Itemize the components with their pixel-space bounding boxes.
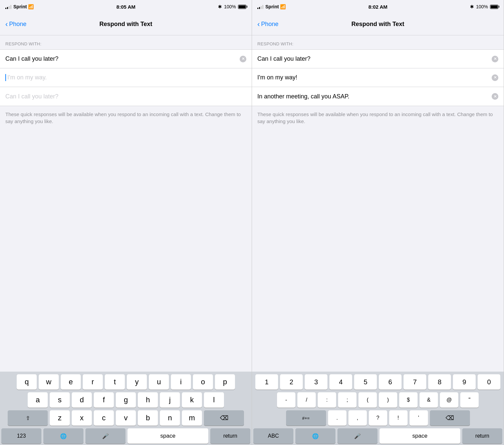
- key-apostrophe[interactable]: ': [410, 410, 428, 426]
- key-n[interactable]: n: [160, 410, 180, 426]
- key-8[interactable]: 8: [428, 374, 451, 390]
- key-shift[interactable]: ⇧: [8, 410, 48, 426]
- left-nav-title: Respond with Text: [99, 21, 153, 28]
- key-9[interactable]: 9: [453, 374, 476, 390]
- key-question[interactable]: ?: [369, 410, 387, 426]
- right-input-3[interactable]: In another meeting, call you ASAP.: [257, 93, 492, 100]
- key-ampersand[interactable]: &: [420, 392, 438, 408]
- battery-fill-left: [239, 5, 246, 8]
- key-r[interactable]: r: [83, 374, 103, 390]
- key-6[interactable]: 6: [379, 374, 402, 390]
- key-globe-right[interactable]: 🌐: [295, 428, 335, 444]
- signal-bar-r3: [261, 6, 262, 9]
- left-back-button[interactable]: ‹ Phone: [5, 21, 26, 28]
- key-p[interactable]: p: [215, 374, 235, 390]
- right-input-1[interactable]: Can I call you later?: [257, 55, 492, 62]
- key-exclaim[interactable]: !: [389, 410, 408, 426]
- key-k[interactable]: k: [182, 392, 202, 408]
- key-space-right[interactable]: space: [380, 428, 460, 444]
- key-open-paren[interactable]: (: [358, 392, 377, 408]
- right-input-row-3[interactable]: In another meeting, call you ASAP.: [252, 87, 504, 106]
- key-c[interactable]: c: [94, 410, 114, 426]
- key-colon[interactable]: :: [318, 392, 336, 408]
- left-input-2[interactable]: I'm on my way.: [5, 74, 246, 81]
- key-1[interactable]: 1: [255, 374, 278, 390]
- key-period[interactable]: .: [328, 410, 346, 426]
- left-key-row-1: q w e r t y u i o p: [1, 374, 250, 390]
- key-g[interactable]: g: [116, 392, 136, 408]
- key-space-left[interactable]: space: [128, 428, 208, 444]
- key-d[interactable]: d: [72, 392, 92, 408]
- right-clear-btn-3[interactable]: [492, 93, 498, 100]
- key-hashpluseq[interactable]: #+=: [286, 410, 326, 426]
- key-7[interactable]: 7: [404, 374, 426, 390]
- key-v[interactable]: v: [116, 410, 136, 426]
- right-key-row-4: ABC 🌐 🎤 space return: [253, 428, 502, 444]
- key-globe[interactable]: 🌐: [43, 428, 83, 444]
- key-w[interactable]: w: [39, 374, 59, 390]
- right-section-header: RESPOND WITH:: [252, 35, 504, 49]
- battery-pct-right: 100%: [476, 4, 488, 9]
- signal-bar-r2: [259, 7, 260, 9]
- right-clear-btn-2[interactable]: [492, 74, 498, 81]
- key-abc[interactable]: ABC: [253, 428, 293, 444]
- left-input-1[interactable]: Can I call you later?: [5, 55, 240, 62]
- key-e[interactable]: e: [61, 374, 81, 390]
- right-clear-btn-1[interactable]: [492, 56, 498, 62]
- left-clear-btn-1[interactable]: [240, 56, 246, 62]
- key-m[interactable]: m: [182, 410, 202, 426]
- left-input-3[interactable]: Can I call you later?: [5, 93, 246, 100]
- right-back-button[interactable]: ‹ Phone: [257, 21, 278, 28]
- key-backspace-right[interactable]: ⌫: [430, 410, 470, 426]
- right-input-row-1[interactable]: Can I call you later?: [252, 50, 504, 68]
- key-at[interactable]: @: [440, 392, 458, 408]
- right-input-2[interactable]: I'm on my way!: [257, 74, 492, 81]
- key-5[interactable]: 5: [354, 374, 377, 390]
- key-0[interactable]: 0: [478, 374, 500, 390]
- key-i[interactable]: i: [171, 374, 191, 390]
- key-s[interactable]: s: [50, 392, 70, 408]
- key-return-right[interactable]: return: [462, 428, 502, 444]
- key-h[interactable]: h: [138, 392, 158, 408]
- right-input-row-2[interactable]: I'm on my way!: [252, 68, 504, 87]
- right-key-row-3: #+= . , ? ! ' ⌫: [253, 410, 502, 426]
- key-comma[interactable]: ,: [348, 410, 367, 426]
- left-input-row-1[interactable]: Can I call you later?: [0, 50, 252, 68]
- key-semicolon[interactable]: ;: [338, 392, 356, 408]
- key-4[interactable]: 4: [329, 374, 352, 390]
- right-input-list: Can I call you later? I'm on my way! In …: [252, 49, 504, 106]
- key-mic-right[interactable]: 🎤: [337, 428, 377, 444]
- key-f[interactable]: f: [94, 392, 114, 408]
- key-y[interactable]: y: [127, 374, 147, 390]
- key-mic[interactable]: 🎤: [85, 428, 125, 444]
- key-a[interactable]: a: [28, 392, 48, 408]
- key-u[interactable]: u: [149, 374, 169, 390]
- key-dash[interactable]: -: [277, 392, 295, 408]
- key-b[interactable]: b: [138, 410, 158, 426]
- key-quote[interactable]: ": [460, 392, 479, 408]
- key-z[interactable]: z: [50, 410, 70, 426]
- key-2[interactable]: 2: [280, 374, 303, 390]
- wifi-icon-left: 📶: [28, 4, 34, 9]
- left-key-row-3: ⇧ z x c v b n m ⌫: [1, 410, 250, 426]
- key-o[interactable]: o: [193, 374, 213, 390]
- right-section-header-text: RESPOND WITH:: [257, 41, 293, 46]
- key-backspace[interactable]: ⌫: [204, 410, 244, 426]
- key-x[interactable]: x: [72, 410, 92, 426]
- key-l[interactable]: l: [204, 392, 224, 408]
- key-123[interactable]: 123: [1, 428, 41, 444]
- key-dollar[interactable]: $: [399, 392, 418, 408]
- left-input-row-2[interactable]: I'm on my way.: [0, 68, 252, 87]
- key-close-paren[interactable]: ): [379, 392, 397, 408]
- key-slash[interactable]: /: [297, 392, 316, 408]
- left-input-row-3[interactable]: Can I call you later?: [0, 87, 252, 106]
- key-t[interactable]: t: [105, 374, 125, 390]
- left-nav-bar: ‹ Phone Respond with Text: [0, 13, 252, 35]
- right-keyboard[interactable]: 1 2 3 4 5 6 7 8 9 0 - / : ; ( ) $ & @ " …: [252, 372, 504, 445]
- wifi-icon-right: 📶: [280, 4, 286, 9]
- key-return-left[interactable]: return: [210, 428, 250, 444]
- key-q[interactable]: q: [17, 374, 37, 390]
- left-keyboard[interactable]: q w e r t y u i o p a s d f g h j k l ⇧ …: [0, 372, 252, 445]
- key-3[interactable]: 3: [305, 374, 327, 390]
- key-j[interactable]: j: [160, 392, 180, 408]
